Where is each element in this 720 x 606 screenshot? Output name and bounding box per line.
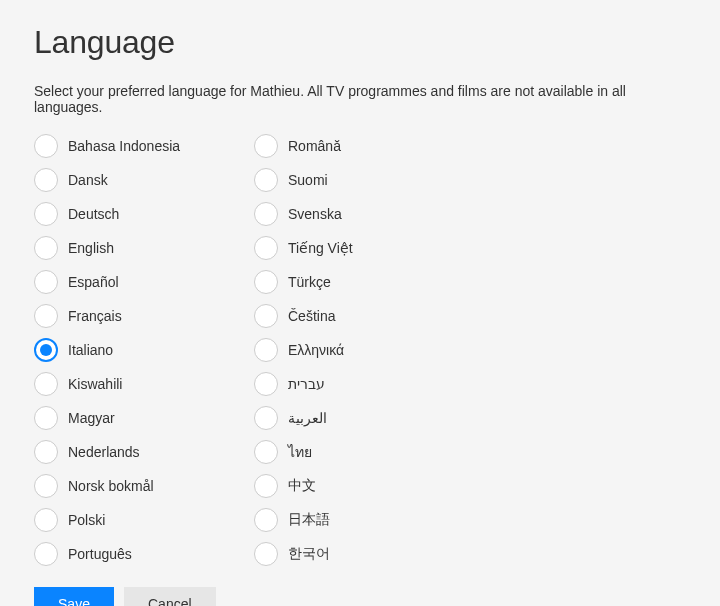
language-option[interactable]: Kiswahili (34, 367, 214, 401)
language-label: Español (68, 274, 119, 290)
language-option[interactable]: Ελληνικά (254, 333, 434, 367)
language-option[interactable]: ไทย (254, 435, 434, 469)
language-label: Čeština (288, 308, 335, 324)
language-label: Nederlands (68, 444, 140, 460)
language-option[interactable]: English (34, 231, 214, 265)
language-label: Bahasa Indonesia (68, 138, 180, 154)
language-label: עברית (288, 376, 325, 392)
language-option[interactable]: Tiếng Việt (254, 231, 434, 265)
language-label: 日本語 (288, 511, 330, 529)
language-label: ไทย (288, 441, 312, 463)
language-option[interactable]: Español (34, 265, 214, 299)
language-label: Türkçe (288, 274, 331, 290)
language-label: Ελληνικά (288, 342, 344, 358)
radio-icon (34, 304, 58, 328)
language-option[interactable]: עברית (254, 367, 434, 401)
radio-icon (254, 508, 278, 532)
language-option[interactable]: Italiano (34, 333, 214, 367)
radio-icon (34, 372, 58, 396)
button-row: Save Cancel (34, 587, 686, 606)
language-label: Svenska (288, 206, 342, 222)
language-label: English (68, 240, 114, 256)
language-option[interactable]: Norsk bokmål (34, 469, 214, 503)
language-option[interactable]: 한국어 (254, 537, 434, 571)
language-label: Română (288, 138, 341, 154)
radio-icon (34, 236, 58, 260)
radio-icon (34, 168, 58, 192)
language-label: Français (68, 308, 122, 324)
language-option[interactable]: Português (34, 537, 214, 571)
language-column-left: Bahasa IndonesiaDanskDeutschEnglishEspañ… (34, 129, 214, 571)
language-label: Português (68, 546, 132, 562)
language-label: Deutsch (68, 206, 119, 222)
radio-icon (34, 440, 58, 464)
language-label: العربية (288, 410, 327, 426)
cancel-button[interactable]: Cancel (124, 587, 216, 606)
language-label: Magyar (68, 410, 115, 426)
language-option[interactable]: العربية (254, 401, 434, 435)
language-column-right: RomânăSuomiSvenskaTiếng ViệtTürkçeČeštin… (254, 129, 434, 571)
language-options: Bahasa IndonesiaDanskDeutschEnglishEspañ… (34, 129, 686, 571)
language-label: Polski (68, 512, 105, 528)
radio-icon (34, 406, 58, 430)
language-option[interactable]: Suomi (254, 163, 434, 197)
radio-icon (34, 270, 58, 294)
radio-icon (34, 474, 58, 498)
language-label: Norsk bokmål (68, 478, 154, 494)
language-label: Kiswahili (68, 376, 122, 392)
radio-icon (34, 202, 58, 226)
language-option[interactable]: Dansk (34, 163, 214, 197)
language-option[interactable]: 日本語 (254, 503, 434, 537)
radio-icon (254, 542, 278, 566)
language-option[interactable]: Deutsch (34, 197, 214, 231)
radio-icon (254, 134, 278, 158)
language-option[interactable]: Svenska (254, 197, 434, 231)
language-option[interactable]: Română (254, 129, 434, 163)
radio-icon (34, 508, 58, 532)
language-option[interactable]: 中文 (254, 469, 434, 503)
radio-icon (254, 440, 278, 464)
language-label: Dansk (68, 172, 108, 188)
radio-icon (254, 270, 278, 294)
language-label: Suomi (288, 172, 328, 188)
radio-icon (34, 134, 58, 158)
radio-icon (254, 372, 278, 396)
language-option[interactable]: Français (34, 299, 214, 333)
language-label: 한국어 (288, 545, 330, 563)
radio-icon (34, 542, 58, 566)
radio-icon (34, 338, 58, 362)
language-label: 中文 (288, 477, 316, 495)
radio-icon (254, 474, 278, 498)
radio-icon (254, 236, 278, 260)
language-option[interactable]: Türkçe (254, 265, 434, 299)
radio-icon (254, 304, 278, 328)
page-title: Language (34, 24, 686, 61)
language-option[interactable]: Čeština (254, 299, 434, 333)
radio-icon (254, 202, 278, 226)
language-option[interactable]: Bahasa Indonesia (34, 129, 214, 163)
save-button[interactable]: Save (34, 587, 114, 606)
radio-icon (254, 338, 278, 362)
language-label: Tiếng Việt (288, 240, 353, 256)
radio-icon (254, 168, 278, 192)
language-description: Select your preferred language for Mathi… (34, 83, 686, 115)
language-option[interactable]: Polski (34, 503, 214, 537)
language-label: Italiano (68, 342, 113, 358)
radio-icon (254, 406, 278, 430)
language-option[interactable]: Magyar (34, 401, 214, 435)
language-option[interactable]: Nederlands (34, 435, 214, 469)
